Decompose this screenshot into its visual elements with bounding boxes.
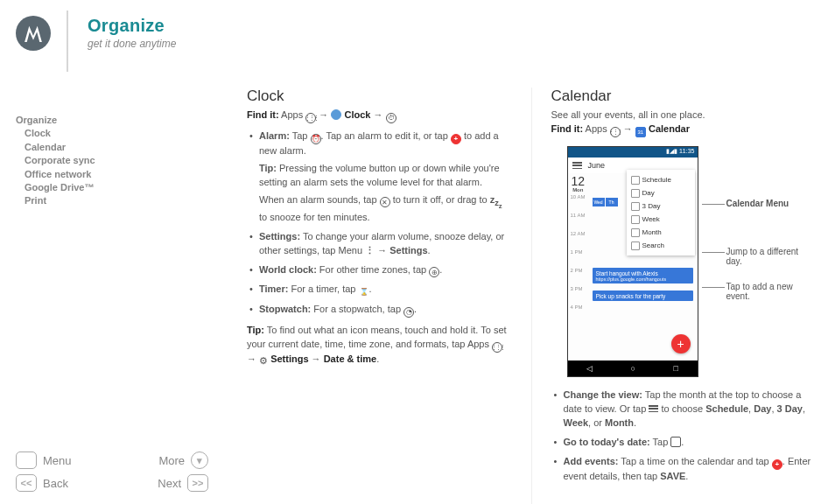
change-view-item: Change the view: Tap the month at the to… [551,386,817,433]
add-icon [772,459,782,470]
back-label: Back [43,477,68,490]
alarm-icon: ⏰ [311,134,321,144]
page-subtitle: get it done anytime [88,38,176,50]
clock-tip: Tip: To find out what an icon means, tou… [247,324,512,367]
toc-item[interactable]: Office network [16,168,215,181]
more-icon: ▾ [191,452,208,469]
phone-date: 12 Mon [572,175,586,192]
menu-label: Menu [43,454,72,467]
callout-jump: Jump to a different day. [726,247,817,266]
toc-item[interactable]: Calendar [16,141,215,154]
phone-hours: 10 AM 11 AM 12 AM 1 PM 2 PM 3 PM 4 PM [571,194,586,323]
clock-app-icon [331,109,341,120]
apps-icon [305,113,316,123]
clock-icon: ⏱ [386,113,396,123]
next-icon: >> [187,474,208,492]
phone-event: Pick up snacks for the party [593,290,693,301]
menu-button[interactable]: Menu [16,452,72,469]
apps-icon [492,342,502,353]
callout-add: Tap to add a new event. [726,282,817,301]
toc-item[interactable]: Organize [16,114,215,127]
back-button[interactable]: << Back [16,474,68,492]
divider [67,10,68,72]
phone-nav-bar: ◁○□ [568,360,698,376]
motorola-logo [16,16,51,51]
calendar-intro: See all your events, all in one place. [551,108,817,122]
callout-menu: Calendar Menu [726,199,789,208]
today-item: Go to today's date: Tap . [551,433,817,452]
alarm-item: Alarm: Tap ⏰. Tap an alarm to edit it, o… [247,127,512,228]
toc-item[interactable]: Google Drive™ [16,181,215,194]
phone-event: Start hangout with Alexis https://plus.g… [593,268,693,284]
more-label: More [158,454,185,467]
clock-findit: Find it: Apps → Clock → ⏱ [247,108,512,123]
toc-item[interactable]: Clock [16,127,215,140]
toc-item[interactable]: Corporate sync [16,154,215,167]
calendar-heading: Calendar [551,88,817,105]
phone-status-bar: ▮◢▮ 11:35 [568,147,698,158]
menu-icon [16,452,37,469]
add-events-item: Add events: Tap a time on the calendar a… [551,452,817,486]
toc-item[interactable]: Print [16,194,215,207]
stopwatch-item: Stopwatch: For a stopwatch, tap ◔. [247,300,512,320]
globe-icon: ⊕ [429,267,439,277]
apps-icon [610,127,621,137]
hourglass-icon: ⌛ [359,287,369,298]
table-of-contents: Organize Clock Calendar Corporate sync O… [16,114,215,208]
add-icon [451,134,461,144]
worldclock-item: World clock: For other time zones, tap ⊕… [247,261,512,281]
more-button[interactable]: More ▾ [158,452,208,469]
calendar-findit: Find it: Apps → 31 Calendar [551,122,817,137]
next-button[interactable]: Next >> [158,474,208,492]
page-title: Organize [88,16,176,36]
back-icon: << [16,474,37,492]
dismiss-icon: ✕ [380,197,390,207]
hamburger-icon [649,405,658,412]
phone-fab-add: + [671,334,691,354]
calendar-app-icon: 31 [635,127,646,137]
timer-item: Timer: For a timer, tap ⌛. [247,280,512,300]
today-icon [670,437,681,447]
hamburger-icon [572,162,582,169]
gear-icon: ⚙ [259,354,268,368]
stopwatch-icon: ◔ [403,307,414,318]
phone-week-labels: WedTh [593,198,618,206]
clock-heading: Clock [247,88,512,105]
phone-screenshot: ▮◢▮ 11:35 June 12 Mon WedTh [567,146,698,377]
settings-item: Settings: To change your alarm volume, s… [247,228,512,261]
next-label: Next [158,477,181,490]
phone-view-menu: Schedule Day 3 Day Week Month Search [627,170,695,256]
